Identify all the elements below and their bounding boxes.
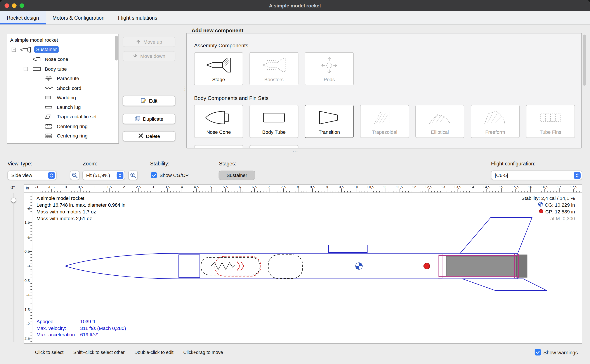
tree-item-launch-lug[interactable]: Launch lug <box>7 102 119 112</box>
rocket-view-canvas[interactable]: in -1-0,500,511,522,533,544,555,566,577,… <box>24 184 582 344</box>
stage-toggle-sustainer[interactable]: Sustainer <box>219 171 255 180</box>
zoom-window-button[interactable] <box>20 3 24 8</box>
arrow-up-icon <box>136 39 141 45</box>
cp-symbol <box>424 263 430 269</box>
rocket-mass-empty: Mass with no motors 1,7 oz <box>36 209 125 215</box>
pods-icon <box>305 56 353 74</box>
component-card-nose-cone[interactable]: Nose Cone <box>194 105 243 138</box>
collapse-icon[interactable] <box>24 67 28 71</box>
component-card-pods: Pods <box>305 52 354 85</box>
tree-item-body-tube[interactable]: Body tube <box>7 64 119 74</box>
button-label: Duplicate <box>143 116 163 122</box>
tree-item-label: Parachute <box>57 76 79 81</box>
tree-item-wadding[interactable]: Wadding <box>7 93 119 102</box>
close-button[interactable] <box>5 3 9 8</box>
component-card-transition[interactable]: Transition <box>305 105 354 138</box>
tab-rocket-design[interactable]: Rocket design <box>0 11 46 25</box>
rocket-mass-motors: Mass with motors 2,51 oz <box>36 215 125 222</box>
zoom-select[interactable]: Fit (51,9%) <box>82 171 125 180</box>
transition-icon <box>305 108 353 127</box>
edit-button[interactable]: Edit <box>123 96 175 106</box>
launch-lug-shape[interactable] <box>329 245 367 253</box>
flight-config-select[interactable]: [C6-5] <box>491 171 582 180</box>
hint-text: Click to select <box>35 350 64 355</box>
rotation-slider-handle[interactable] <box>11 198 16 203</box>
component-card-partial <box>194 145 243 148</box>
component-card-body-tube[interactable]: Body Tube <box>249 105 299 138</box>
rocket-name: A simple model rocket <box>36 195 125 202</box>
tree-item-parachute[interactable]: Parachute <box>7 74 119 83</box>
move-up-button[interactable]: Move up <box>123 37 175 47</box>
horizontal-splitter-handle[interactable]: ⋯ <box>292 148 298 155</box>
collapse-icon[interactable] <box>12 48 16 52</box>
tree-item-trapezoidal-fin-set[interactable]: Trapezoidal fin set <box>7 112 119 122</box>
boosters-icon <box>250 56 298 74</box>
centering-ring-icon <box>44 124 53 130</box>
rocket-info: A simple model rocket Length 16,748 in, … <box>36 195 125 222</box>
statusbar-hints: Click to selectShift+click to select oth… <box>35 350 233 355</box>
chevron-updown-icon <box>574 172 581 179</box>
move-down-button[interactable]: Move down <box>123 51 175 61</box>
cp-legend-icon <box>539 209 543 215</box>
tree-item-centering-ring[interactable]: Centering ring <box>7 122 119 131</box>
add-component-panel: Assembly ComponentsStageBoostersPodsBody… <box>186 33 582 149</box>
zoom-out-button[interactable] <box>70 171 79 180</box>
show-cgcp-checkbox[interactable] <box>151 172 157 178</box>
tree-item-label: Wadding <box>57 95 76 100</box>
edit-icon <box>141 98 146 104</box>
traffic-lights <box>5 3 24 8</box>
component-card-partial <box>249 145 299 148</box>
tree-item-label: Shock cord <box>57 85 81 91</box>
flight-stats: Apogee:1039 ftMax. velocity:311 ft/s (Ma… <box>36 318 126 338</box>
duplicate-button[interactable]: Duplicate <box>123 114 175 124</box>
tree-item-label: Launch lug <box>57 104 81 110</box>
nose-cone-shape[interactable] <box>65 253 178 279</box>
card-label: Tube Fins <box>526 129 575 135</box>
card-label: Elliptical <box>416 129 464 135</box>
engine-block-shape[interactable] <box>516 255 527 277</box>
fin-set-icon <box>44 114 53 121</box>
openrocket-window: A simple model rocket Rocket designMotor… <box>0 0 590 364</box>
view-type-select[interactable]: Side view <box>7 171 56 180</box>
tree-item-label: Trapezoidal fin set <box>57 114 97 120</box>
hint-text: Double-click to edit <box>134 350 174 355</box>
tree-item-nose-cone[interactable]: Nose cone <box>7 55 119 64</box>
tree-item-sustainer[interactable]: Sustainer <box>7 45 119 55</box>
tab-motors-configuration[interactable]: Motors & Configuration <box>46 11 111 25</box>
tree-item-centering-ring[interactable]: Centering ring <box>7 131 119 141</box>
tab-flight-simulations[interactable]: Flight simulations <box>111 11 164 25</box>
card-label: Freeform <box>471 129 519 135</box>
tabbar: Rocket designMotors & ConfigurationFligh… <box>0 11 590 25</box>
zoom-label: Zoom: <box>83 161 97 167</box>
zoom-value: Fit (51,9%) <box>86 172 110 178</box>
zoom-in-button[interactable] <box>128 171 138 180</box>
tree-scrollbar-thumb[interactable] <box>115 36 118 61</box>
tree-item-shock-cord[interactable]: Shock cord <box>7 83 119 93</box>
button-label: Move up <box>143 39 162 45</box>
component-card-stage[interactable]: Stage <box>194 52 243 85</box>
rocket-dimensions: Length 16,748 in, max. diameter 0,984 in <box>36 202 125 209</box>
cp-value: CP: 12,589 in <box>545 209 575 215</box>
minimize-button[interactable] <box>12 3 17 8</box>
panel-scrollbar-thumb[interactable] <box>583 34 586 85</box>
component-card-boosters: Boosters <box>249 52 299 85</box>
delete-button[interactable]: Delete <box>123 131 175 141</box>
rotation-slider-track <box>13 193 14 342</box>
flight-stat-value: 619 ft/s² <box>80 332 98 338</box>
mach-value: at M=0,300 <box>550 215 575 222</box>
stages-label: Stages: <box>219 161 236 167</box>
tree-item-label: Body tube <box>45 66 67 72</box>
component-card-trapezoidal: Trapezoidal <box>360 105 409 138</box>
motor-shape[interactable] <box>446 256 526 276</box>
tree-item-a-simple-model-rocket[interactable]: A simple model rocket <box>7 35 119 45</box>
arrow-down-icon <box>133 53 137 59</box>
fin-top-shape[interactable] <box>460 218 532 253</box>
show-warnings-checkbox[interactable] <box>535 349 541 356</box>
trapezoidal-fin-icon <box>361 108 409 127</box>
delete-icon <box>138 133 143 139</box>
tree-item-label: Centering ring <box>57 133 88 139</box>
add-component-title: Add new component <box>189 27 246 34</box>
body-tube-icon <box>32 66 42 73</box>
tree-item-label: Centering ring <box>57 124 88 129</box>
fin-bottom-shape[interactable] <box>463 279 547 291</box>
